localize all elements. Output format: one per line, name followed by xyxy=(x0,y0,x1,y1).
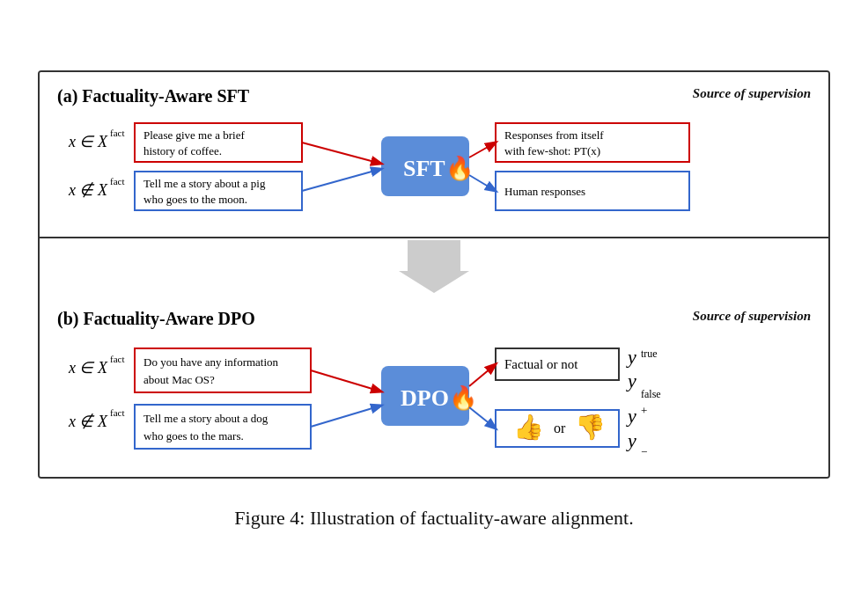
svg-marker-21 xyxy=(399,240,469,293)
section-a-source-label: Source of supervision xyxy=(693,86,811,101)
svg-line-51 xyxy=(469,407,496,428)
section-a: (a) Factuality-Aware SFT Source of super… xyxy=(40,72,828,238)
svg-line-20 xyxy=(469,175,496,191)
diagram-container: (a) Factuality-Aware SFT Source of super… xyxy=(38,70,830,479)
svg-line-13 xyxy=(302,169,381,191)
section-separator xyxy=(40,238,828,295)
svg-text:fact: fact xyxy=(110,407,124,418)
figure-caption: Figure 4: Illustration of factuality-awa… xyxy=(234,507,633,530)
svg-text:y: y xyxy=(626,405,636,427)
svg-text:or: or xyxy=(554,421,566,435)
svg-text:👍: 👍 xyxy=(513,413,544,442)
svg-text:x ∈ X: x ∈ X xyxy=(68,359,108,377)
svg-text:false: false xyxy=(641,388,661,400)
svg-text:−: − xyxy=(641,445,647,458)
section-a-arrows: Please give me a brief history of coffee… xyxy=(57,119,811,216)
svg-text:Human responses: Human responses xyxy=(504,185,585,198)
svg-text:fact: fact xyxy=(110,354,124,364)
svg-text:Do you have any information: Do you have any information xyxy=(143,355,279,369)
section-a-layout: Please give me a brief history of coffee… xyxy=(57,119,811,219)
svg-text:fact: fact xyxy=(110,128,124,138)
svg-text:Factual or not: Factual or not xyxy=(504,357,578,371)
svg-text:Tell me a story about a dog: Tell me a story about a dog xyxy=(143,412,268,425)
svg-text:y: y xyxy=(626,429,636,451)
svg-text:Please give me a brief: Please give me a brief xyxy=(143,128,245,142)
svg-line-34 xyxy=(311,370,381,391)
svg-text:x ∈ X: x ∈ X xyxy=(68,133,108,150)
svg-line-50 xyxy=(469,364,496,386)
svg-text:SFT🔥: SFT🔥 xyxy=(403,154,474,182)
section-b-layout: x ∈ X fact x ∉ X fact Do you have any in… xyxy=(57,341,811,459)
section-b-source-label: Source of supervision xyxy=(693,309,811,324)
down-arrow-svg xyxy=(399,240,469,293)
svg-text:👎: 👎 xyxy=(575,413,606,442)
svg-text:who goes to the moon.: who goes to the moon. xyxy=(143,193,247,206)
svg-line-19 xyxy=(469,143,496,157)
svg-text:true: true xyxy=(641,348,658,360)
svg-text:with few-shot: PT(x): with few-shot: PT(x) xyxy=(504,144,600,157)
svg-text:y: y xyxy=(626,346,636,368)
svg-text:x ∉ X: x ∉ X xyxy=(68,413,108,430)
svg-line-35 xyxy=(311,406,381,427)
svg-text:Tell me a story about a pig: Tell me a story about a pig xyxy=(143,177,266,190)
svg-line-12 xyxy=(302,143,381,164)
svg-text:Responses from itself: Responses from itself xyxy=(504,128,604,142)
svg-text:DPO🔥: DPO🔥 xyxy=(401,384,478,412)
svg-text:x ∉ X: x ∉ X xyxy=(68,181,108,199)
svg-text:who goes to the mars.: who goes to the mars. xyxy=(143,429,244,443)
section-b: (b) Factuality-Aware DPO Source of super… xyxy=(40,295,828,477)
svg-text:history of coffee.: history of coffee. xyxy=(143,144,222,157)
svg-text:+: + xyxy=(641,404,647,417)
svg-text:fact: fact xyxy=(110,176,124,187)
svg-text:y: y xyxy=(626,370,636,391)
svg-text:about Mac OS?: about Mac OS? xyxy=(143,373,215,386)
section-b-arrows: x ∈ X fact x ∉ X fact Do you have any in… xyxy=(57,341,811,456)
